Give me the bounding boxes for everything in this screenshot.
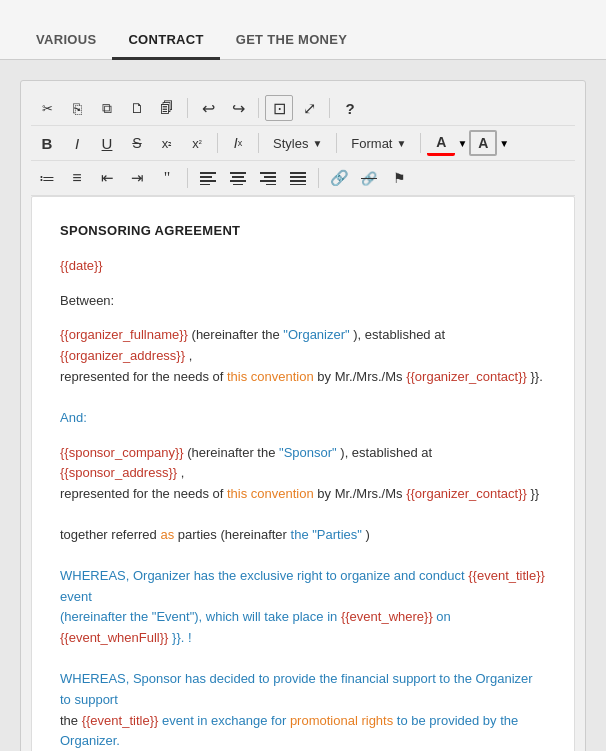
organizer-text-5: by Mr./Mrs./Ms: [317, 369, 406, 384]
justify-button[interactable]: [284, 165, 312, 191]
svg-rect-12: [290, 172, 306, 174]
align-center-button[interactable]: [224, 165, 252, 191]
toolbar-sep-2: [258, 98, 259, 118]
font-bg-button[interactable]: A: [469, 130, 497, 156]
paste-text-button[interactable]: 🗋: [123, 95, 151, 121]
whereas1-paren: (hereinafter the "Event"), which will ta…: [60, 609, 341, 624]
toolbar-sep-5: [258, 133, 259, 153]
parties-text-1: together referred: [60, 527, 160, 542]
organizer-text-2: ), established at: [353, 327, 445, 342]
link-button[interactable]: 🔗: [325, 165, 353, 191]
font-color-arrow: ▼: [457, 138, 467, 149]
svg-rect-1: [200, 176, 212, 178]
svg-rect-8: [260, 172, 276, 174]
ordered-list-button[interactable]: ≔: [33, 165, 61, 191]
whereas1-end: }}. !: [172, 630, 192, 645]
parties-quote: the "Parties": [291, 527, 362, 542]
format-dropdown[interactable]: Format ▼: [343, 130, 414, 156]
underline-button[interactable]: U: [93, 130, 121, 156]
unordered-list-button[interactable]: ≡: [63, 165, 91, 191]
help-button[interactable]: ?: [336, 95, 364, 121]
font-bg-arrow: ▼: [499, 138, 509, 149]
whereas2-promo: promotional rights: [290, 713, 393, 728]
whereas1-on: on: [436, 609, 450, 624]
italic-button[interactable]: I: [63, 130, 91, 156]
paste-word-button[interactable]: 🗐: [153, 95, 181, 121]
tab-contract[interactable]: CONTRACT: [112, 22, 219, 60]
blockquote-button[interactable]: ": [153, 165, 181, 191]
paste-button[interactable]: ⧉: [93, 95, 121, 121]
parties-text-3: ): [366, 527, 370, 542]
organizer-quote-1: "Organizer": [283, 327, 349, 342]
organizer-text-6: }}.: [531, 369, 543, 384]
indent-more-button[interactable]: ⇥: [123, 165, 151, 191]
whereas2-paragraph: WHEREAS, Sponsor has decided to provide …: [60, 669, 546, 751]
organizer-convention-text: this convention: [227, 369, 314, 384]
redo-button[interactable]: ↪: [224, 95, 252, 121]
toolbar-sep-4: [217, 133, 218, 153]
bold-button[interactable]: B: [33, 130, 61, 156]
organizer-contact-var-1: {{organizer_contact}}: [406, 369, 527, 384]
strikethrough-button[interactable]: S: [123, 130, 151, 156]
svg-rect-9: [264, 176, 276, 178]
flag-button[interactable]: ⚑: [385, 165, 413, 191]
align-right-button[interactable]: [254, 165, 282, 191]
remove-format-button[interactable]: Ix: [224, 130, 252, 156]
sponsor-company-var: {{sponsor_company}}: [60, 445, 184, 460]
svg-rect-14: [290, 180, 306, 182]
organizer-fullname-var: {{organizer_fullname}}: [60, 327, 188, 342]
main-content: ✂ ⎘ ⧉ 🗋 🗐 ↩ ↪ ⊡ ⤢ ? B I U S x₂ x² Ix: [0, 60, 606, 751]
copy-button[interactable]: ⎘: [63, 95, 91, 121]
toolbar-row-1: ✂ ⎘ ⧉ 🗋 🗐 ↩ ↪ ⊡ ⤢ ?: [31, 91, 575, 126]
and-text: And:: [60, 410, 87, 425]
sponsor-convention-text: this convention: [227, 486, 314, 501]
toolbar-row-3: ≔ ≡ ⇤ ⇥ " 🔗 🔗 ⚑: [31, 161, 575, 196]
whereas1-event: event: [60, 589, 92, 604]
styles-dropdown-arrow: ▼: [312, 138, 322, 149]
organizer-address-var: {{organizer_address}}: [60, 348, 185, 363]
svg-rect-4: [230, 172, 246, 174]
svg-rect-5: [232, 176, 244, 178]
styles-dropdown[interactable]: Styles ▼: [265, 130, 330, 156]
indent-less-button[interactable]: ⇤: [93, 165, 121, 191]
whereas2-mid: event in exchange for: [162, 713, 290, 728]
and-label: And:: [60, 408, 546, 429]
parties-text-2: parties (hereinafter: [178, 527, 291, 542]
sponsor-text-6: }}: [531, 486, 540, 501]
document-area[interactable]: SPONSORING AGREEMENT {{date}} Between: {…: [31, 196, 575, 751]
subscript-button[interactable]: x₂: [153, 130, 181, 156]
organizer-text-4: represented for the needs of: [60, 369, 227, 384]
organizer-contact-var-2: {{organizer_contact}}: [406, 486, 527, 501]
editor-container: ✂ ⎘ ⧉ 🗋 🗐 ↩ ↪ ⊡ ⤢ ? B I U S x₂ x² Ix: [20, 80, 586, 751]
organizer-paragraph: {{organizer_fullname}} (hereinafter the …: [60, 325, 546, 387]
toolbar-sep-9: [318, 168, 319, 188]
whereas1-paragraph: WHEREAS, Organizer has the exclusive rig…: [60, 566, 546, 649]
toolbar-sep-7: [420, 133, 421, 153]
between-label: Between:: [60, 291, 546, 312]
undo-button[interactable]: ↩: [194, 95, 222, 121]
toolbar-sep-1: [187, 98, 188, 118]
sponsor-quote: "Sponsor": [279, 445, 337, 460]
event-title-var-1: {{event_title}}: [468, 568, 545, 583]
tab-get-the-money[interactable]: GET THE MONEY: [220, 22, 364, 60]
unlink-button[interactable]: 🔗: [355, 165, 383, 191]
sponsor-text-3: ,: [181, 465, 185, 480]
source-button[interactable]: ⊡: [265, 95, 293, 121]
tabs-bar: VARIOUS CONTRACT GET THE MONEY: [0, 0, 606, 60]
superscript-button[interactable]: x²: [183, 130, 211, 156]
font-color-button[interactable]: A: [427, 130, 455, 156]
document-title: SPONSORING AGREEMENT: [60, 221, 546, 242]
svg-rect-0: [200, 172, 216, 174]
align-left-button[interactable]: [194, 165, 222, 191]
organizer-text-1: (hereinafter the: [192, 327, 284, 342]
tab-various[interactable]: VARIOUS: [20, 22, 112, 60]
maximize-button[interactable]: ⤢: [295, 95, 323, 121]
event-when-var: {{event_whenFull}}: [60, 630, 168, 645]
sponsor-text-4: represented for the needs of: [60, 486, 227, 501]
whereas2-start: WHEREAS, Sponsor has decided to provide …: [60, 671, 533, 707]
svg-rect-11: [266, 184, 276, 185]
format-dropdown-arrow: ▼: [396, 138, 406, 149]
whereas2-text-1: the: [60, 713, 82, 728]
svg-rect-3: [200, 184, 210, 185]
cut-button[interactable]: ✂: [33, 95, 61, 121]
